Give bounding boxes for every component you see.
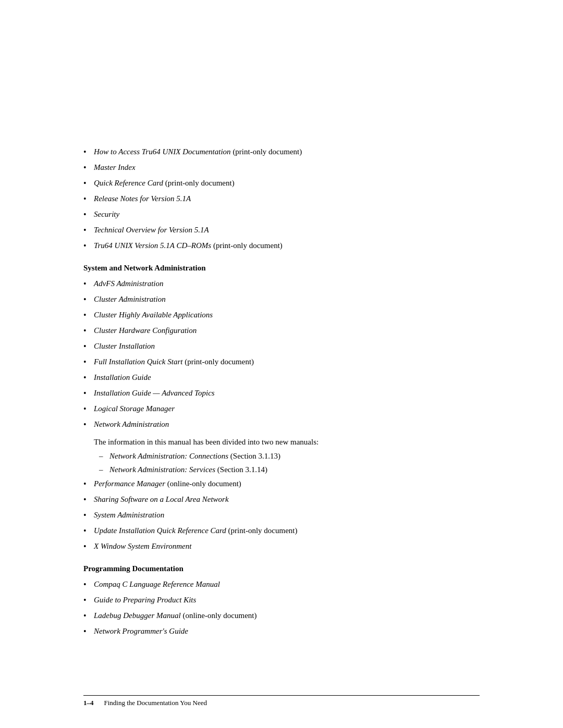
list-item: • Cluster Highly Available Applications (83, 309, 480, 322)
item-text: Cluster Administration (94, 293, 480, 305)
sub-item-text: Network Administration: Services (Sectio… (109, 464, 267, 476)
list-item: • Ladebug Debugger Manual (online-only d… (83, 610, 480, 622)
list-item: • Security (83, 208, 480, 221)
list-item: • Update Installation Quick Reference Ca… (83, 525, 480, 537)
bullet-icon: • (83, 309, 93, 322)
list-item: • Technical Overview for Version 5.1A (83, 224, 480, 237)
list-item: • Tru64 UNIX Version 5.1A CD–ROMs (print… (83, 240, 480, 252)
sub-list-item: – Network Administration: Services (Sect… (99, 464, 480, 476)
sub-item-text: Network Administration: Connections (Sec… (109, 450, 280, 462)
dash-icon: – (99, 464, 109, 476)
list-item: • How to Access Tru64 UNIX Documentation… (83, 146, 480, 158)
list-item: • Sharing Software on a Local Area Netwo… (83, 493, 480, 506)
list-item: • Network Programmer's Guide (83, 625, 480, 638)
item-text: Compaq C Language Reference Manual (94, 578, 480, 590)
sub-list-item: – Network Administration: Connections (S… (99, 450, 480, 462)
bullet-icon: • (83, 325, 93, 337)
list-item: • Guide to Preparing Product Kits (83, 594, 480, 607)
page-footer: 1–4 Finding the Documentation You Need (83, 695, 480, 707)
sub-bullet-list: – Network Administration: Connections (S… (99, 450, 480, 476)
item-text: Performance Manager (online-only documen… (94, 478, 480, 490)
list-item: • Performance Manager (online-only docum… (83, 478, 480, 490)
bullet-icon: • (83, 208, 93, 221)
list-item: • Logical Storage Manager (83, 403, 480, 415)
item-text: Network Administration (94, 418, 480, 430)
list-item: • X Window System Environment (83, 540, 480, 553)
bullet-icon: • (83, 224, 93, 237)
item-text: Installation Guide (94, 372, 480, 384)
section1-bullet-list2: • Performance Manager (online-only docum… (83, 478, 480, 553)
list-item: • System Administration (83, 509, 480, 522)
bullet-icon: • (83, 525, 93, 537)
list-item: • Release Notes for Version 5.1A (83, 193, 480, 205)
item-text: How to Access Tru64 UNIX Documentation (… (94, 146, 480, 158)
footer-title: Finding the Documentation You Need (104, 699, 207, 707)
bullet-icon: • (83, 177, 93, 190)
item-text: X Window System Environment (94, 540, 480, 552)
footer-page-number: 1–4 (83, 699, 94, 707)
list-item: • Installation Guide — Advanced Topics (83, 387, 480, 400)
item-text: Guide to Preparing Product Kits (94, 594, 480, 606)
item-text: System Administration (94, 509, 480, 521)
bullet-icon: • (83, 509, 93, 522)
list-item: • Full Installation Quick Start (print-o… (83, 356, 480, 368)
bullet-icon: • (83, 493, 93, 506)
bullet-icon: • (83, 340, 93, 353)
item-text: Master Index (94, 162, 480, 174)
bullet-icon: • (83, 578, 93, 591)
item-text: Cluster Installation (94, 340, 480, 352)
item-text: Technical Overview for Version 5.1A (94, 224, 480, 236)
section1-bullet-list: • AdvFS Administration • Cluster Adminis… (83, 278, 480, 431)
section1-heading: System and Network Administration (83, 264, 480, 273)
item-text: Logical Storage Manager (94, 403, 480, 415)
bullet-icon: • (83, 278, 93, 290)
list-item: • Network Administration (83, 418, 480, 431)
list-item: • Compaq C Language Reference Manual (83, 578, 480, 591)
bullet-icon: • (83, 293, 93, 306)
bullet-icon: • (83, 387, 93, 400)
section2-bullet-list: • Compaq C Language Reference Manual • G… (83, 578, 480, 638)
bullet-icon: • (83, 540, 93, 553)
bullet-icon: • (83, 403, 93, 415)
list-item: • Cluster Installation (83, 340, 480, 353)
item-text: Installation Guide — Advanced Topics (94, 387, 480, 399)
item-text: Full Installation Quick Start (print-onl… (94, 356, 480, 368)
item-text: Sharing Software on a Local Area Network (94, 493, 480, 505)
bullet-icon: • (83, 146, 93, 158)
bullet-icon: • (83, 625, 93, 638)
item-text: Release Notes for Version 5.1A (94, 193, 480, 205)
bullet-icon: • (83, 372, 93, 384)
bullet-icon: • (83, 478, 93, 490)
item-text: AdvFS Administration (94, 278, 480, 290)
bullet-icon: • (83, 162, 93, 174)
bullet-icon: • (83, 240, 93, 252)
intro-bullet-list: • How to Access Tru64 UNIX Documentation… (83, 146, 480, 252)
list-item: • Installation Guide (83, 372, 480, 384)
item-text: Security (94, 208, 480, 220)
item-text: Update Installation Quick Reference Card… (94, 525, 480, 537)
network-admin-note: The information in this manual has been … (83, 436, 480, 448)
item-text: Tru64 UNIX Version 5.1A CD–ROMs (print-o… (94, 240, 480, 252)
bullet-icon: • (83, 356, 93, 368)
section2-heading: Programming Documentation (83, 564, 480, 573)
bullet-icon: • (83, 193, 93, 205)
item-text: Quick Reference Card (print-only documen… (94, 177, 480, 189)
list-item: • Cluster Administration (83, 293, 480, 306)
list-item: • AdvFS Administration (83, 278, 480, 290)
list-item: • Master Index (83, 162, 480, 174)
bullet-icon: • (83, 610, 93, 622)
bullet-icon: • (83, 594, 93, 607)
dash-icon: – (99, 450, 109, 462)
bullet-icon: • (83, 418, 93, 431)
page: • How to Access Tru64 UNIX Documentation… (0, 0, 563, 728)
item-text: Ladebug Debugger Manual (online-only doc… (94, 610, 480, 622)
item-text: Cluster Highly Available Applications (94, 309, 480, 321)
item-text: Network Programmer's Guide (94, 625, 480, 637)
list-item: • Cluster Hardware Configuration (83, 325, 480, 337)
item-text: Cluster Hardware Configuration (94, 325, 480, 337)
list-item: • Quick Reference Card (print-only docum… (83, 177, 480, 190)
